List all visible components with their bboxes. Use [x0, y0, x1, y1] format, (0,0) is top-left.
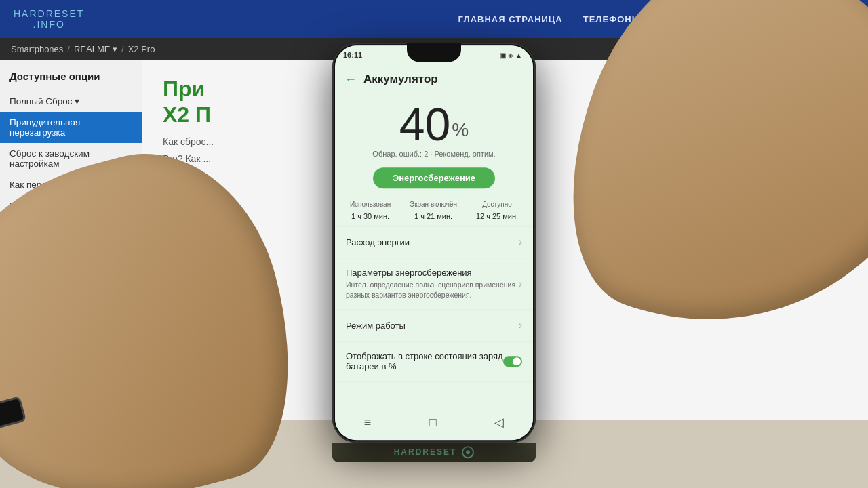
power-icon-inner: [466, 450, 470, 454]
breadcrumb-smartphones[interactable]: Smartphones: [11, 44, 63, 54]
site-header: HARDRESET .INFO ГЛАВНАЯ СТРАНИЦА ТЕЛЕФОН…: [0, 0, 868, 38]
usage-stats: Использован 1 ч 30 мин. Экран включён 1 …: [335, 194, 533, 226]
phone-nav-bar: ≡ □ ◁: [335, 410, 533, 434]
nav-back-btn[interactable]: ◁: [494, 415, 504, 430]
power-save-params-desc: Интел. определение польз. сценариев прим…: [346, 280, 519, 300]
battery-pct-sign: %: [452, 119, 469, 140]
app-title: Аккумулятор: [363, 73, 438, 86]
sidebar-item-d[interactable]: Д...: [0, 258, 142, 279]
phone-wrapper: 16:11 ▣ ◈ ▲ ← Аккумулятор 40% Обнар. оши…: [332, 43, 536, 462]
site-logo: HARDRESET .INFO: [14, 8, 84, 30]
battery-percentage: 40: [399, 101, 451, 147]
menu-power-save-params[interactable]: Параметры энергосбережения Интел. опреде…: [335, 258, 533, 310]
site-nav: ГЛАВНАЯ СТРАНИЦА ТЕЛЕФОНЫ ▾ УСТРОЙСТВА ▾…: [458, 14, 854, 24]
power-save-button[interactable]: Энергосбережение: [373, 167, 495, 188]
sidebar-item-force-restart[interactable]: Принудительная перезагрузка: [0, 112, 142, 143]
menu-work-mode[interactable]: Режим работы ›: [335, 310, 533, 342]
show-percent-toggle[interactable]: [503, 357, 522, 367]
sidebar-item-reset-pr[interactable]: Сбросить пр...: [0, 237, 142, 258]
chevron-icon-2: ›: [519, 320, 522, 332]
signal-icon: ◈: [508, 52, 513, 59]
nav-devices[interactable]: УСТРОЙСТВА ▾: [670, 14, 745, 24]
sidebar-title: Доступные опции: [0, 70, 142, 90]
nav-articles[interactable]: СТАТЬИ: [766, 14, 805, 24]
power-save-params-title: Параметры энергосбережения: [346, 268, 519, 278]
usage-stat-screen: Экран включён 1 ч 21 мин.: [410, 201, 457, 222]
phone-screen: 16:11 ▣ ◈ ▲ ← Аккумулятор 40% Обнар. оши…: [335, 45, 533, 440]
stand-logo: HARDRESET: [394, 447, 457, 457]
show-percent-title: Отображать в строке состояния заряд бата…: [346, 352, 503, 372]
avail-label: Доступно: [476, 201, 518, 208]
sidebar-item-full-reset[interactable]: Полный Сброс ▾: [0, 90, 142, 112]
phone-stand: HARDRESET: [332, 443, 536, 462]
work-mode-title: Режим работы: [346, 321, 519, 331]
screen-value: 1 ч 21 мин.: [414, 212, 452, 220]
menu-show-percent[interactable]: Отображать в строке состояния заряд бата…: [335, 342, 533, 382]
status-time: 16:11: [343, 51, 362, 59]
stand-power-icon: [462, 446, 474, 458]
menu-energy-consumption[interactable]: Расход энергии ›: [335, 226, 533, 258]
realme-logo: REALME: [702, 88, 848, 125]
used-label: Использован: [350, 201, 391, 208]
back-arrow-icon[interactable]: ←: [344, 73, 357, 87]
phone-notch: [407, 43, 461, 62]
breadcrumb-sep2: /: [121, 44, 124, 54]
energy-consumption-title: Расход энергии: [346, 237, 519, 247]
chevron-icon-1: ›: [519, 278, 522, 290]
avail-value: 12 ч 25 мин.: [476, 212, 518, 220]
nav-phones[interactable]: ТЕЛЕФОНЫ ▾: [583, 14, 650, 24]
usage-stat-available: Доступно 12 ч 25 мин.: [476, 201, 518, 222]
battery-subtitle: Обнар. ошиб.: 2 · Рекоменд. оптим.: [335, 150, 533, 158]
nav-home[interactable]: ГЛАВНАЯ СТРАНИЦА: [458, 14, 563, 24]
breadcrumb-x2pro[interactable]: X2 Pro: [128, 44, 155, 54]
breadcrumb-realme[interactable]: REALME ▾: [74, 44, 117, 54]
usage-stat-used: Использован 1 ч 30 мин.: [350, 201, 391, 222]
nav-menu-btn[interactable]: ≡: [364, 415, 372, 430]
screen-label: Экран включён: [410, 201, 457, 208]
app-header: ← Аккумулятор: [335, 64, 533, 94]
battery-icon: ▲: [515, 52, 522, 59]
sidebar-item-factory-reset[interactable]: Сброс к заводским настройкам: [0, 143, 142, 174]
logo-line2: .INFO: [14, 19, 84, 30]
phone-body: 16:11 ▣ ◈ ▲ ← Аккумулятор 40% Обнар. оши…: [332, 43, 536, 443]
status-icons: ▣ ◈ ▲: [500, 52, 522, 59]
sidebar-item-codes[interactable]: Коды: [0, 195, 142, 216]
breadcrumb-sep1: /: [67, 44, 70, 54]
nav-home-btn[interactable]: □: [429, 415, 437, 430]
nav-more[interactable]: СКА...: [825, 14, 854, 24]
wifi-icon: ▣: [500, 52, 506, 59]
used-value: 1 ч 30 мин.: [351, 212, 389, 220]
logo-line1: HARDRESET: [14, 8, 84, 19]
sidebar-item-hidden-mode[interactable]: Скрытые Режим...: [0, 216, 142, 237]
chevron-icon-0: ›: [519, 236, 522, 248]
battery-percent-section: 40% Обнар. ошиб.: 2 · Рекоменд. оптим.: [335, 94, 533, 162]
sidebar-item-reboot[interactable]: Как перезагрузить: [0, 174, 142, 195]
